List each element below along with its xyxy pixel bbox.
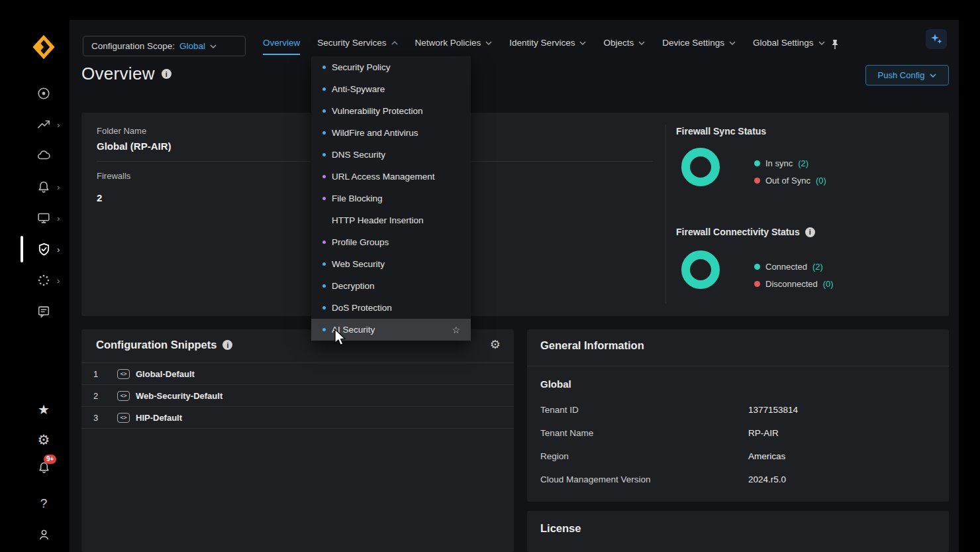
menu-item-dns-security[interactable]: DNS Security — [311, 144, 471, 166]
chevron-up-icon — [391, 41, 398, 45]
radar-target-icon — [36, 86, 51, 101]
sync-status-donut-chart[interactable] — [681, 148, 720, 186]
info-label: Tenant ID — [527, 405, 579, 415]
cloud-icon — [36, 148, 51, 163]
menu-item-label: HTTP Header Insertion — [332, 215, 424, 225]
sidebar-item-favorites[interactable]: ★ — [34, 400, 53, 419]
info-row: Region Americas — [527, 445, 949, 468]
tab-label: Global Settings — [753, 38, 814, 48]
tab-overview[interactable]: Overview — [263, 38, 300, 55]
tab-label: Network Policies — [415, 38, 481, 48]
scope-label: Configuration Scope: — [91, 41, 175, 51]
menu-item-label: DoS Protection — [332, 303, 392, 313]
menu-item-web-security[interactable]: Web Security — [311, 253, 471, 275]
menu-item-label: Profile Groups — [332, 237, 389, 247]
divider — [665, 125, 666, 304]
bullet-icon — [322, 328, 326, 331]
connected-count[interactable]: (2) — [812, 262, 823, 272]
info-icon[interactable]: i — [805, 227, 815, 237]
chevron-right-icon[interactable]: › — [57, 276, 64, 286]
person-icon — [37, 527, 51, 541]
chevron-right-icon[interactable]: › — [57, 245, 64, 254]
bullet-icon — [322, 87, 326, 91]
menu-item-anti-spyware[interactable]: Anti-Spyware — [311, 78, 471, 100]
menu-item-file-blocking[interactable]: File Blocking — [311, 188, 471, 209]
info-row: Tenant ID 1377153814 — [527, 398, 949, 421]
snippet-name: Web-Security-Default — [136, 391, 222, 401]
star-icon: ★ — [38, 402, 50, 417]
connectivity-status-donut-chart[interactable] — [681, 250, 720, 289]
sidebar-item-alerts[interactable] — [34, 178, 53, 196]
menu-item-dos-protection[interactable]: DoS Protection — [311, 297, 471, 319]
code-snippet-icon: <> — [117, 413, 130, 423]
menu-item-url-access-management[interactable]: URL Access Management — [311, 166, 471, 188]
gear-icon[interactable]: ⚙ — [490, 337, 501, 352]
in-sync-count[interactable]: (2) — [798, 158, 808, 168]
info-row: Tenant Name RP-AIR — [527, 421, 949, 445]
sidebar-item-manage-active[interactable] — [34, 240, 53, 258]
license-title-text: License — [540, 522, 581, 535]
sidebar-item-insights[interactable] — [34, 115, 53, 134]
general-info-title: General Information — [540, 339, 644, 352]
sidebar-item-help[interactable]: ? — [34, 494, 53, 513]
disconnected-count[interactable]: (0) — [823, 279, 834, 289]
in-sync-label: In sync — [765, 158, 793, 168]
teal-dot-icon — [754, 160, 760, 166]
tab-identity-services[interactable]: Identity Services — [509, 38, 586, 54]
tab-objects[interactable]: Objects — [603, 38, 645, 54]
sidebar-item-reports[interactable] — [34, 302, 53, 321]
menu-item-ai-security[interactable]: AI Security ☆ — [311, 319, 471, 341]
info-icon[interactable]: i — [222, 340, 232, 350]
disconnected-label: Disconnected — [765, 279, 818, 289]
menu-item-label: Vulnerability Protection — [332, 106, 423, 116]
sidebar-item-command-center[interactable] — [34, 84, 53, 103]
page-title: Overview i — [81, 64, 172, 84]
firewalls-count: 2 — [97, 192, 102, 203]
active-item-indicator — [21, 236, 23, 262]
sidebar-item-cloud[interactable] — [34, 146, 53, 165]
out-of-sync-count[interactable]: (0) — [816, 176, 826, 186]
sidebar-item-profile[interactable] — [34, 525, 53, 543]
table-row[interactable]: 1 <> Global-Default — [81, 363, 514, 385]
ai-copilot-button[interactable] — [926, 29, 947, 49]
push-config-button[interactable]: Push Config — [865, 65, 949, 85]
tab-network-policies[interactable]: Network Policies — [415, 38, 493, 54]
info-label: Cloud Management Version — [527, 474, 651, 484]
info-icon[interactable]: i — [162, 69, 172, 79]
menu-item-http-header-insertion[interactable]: HTTP Header Insertion — [311, 209, 471, 231]
menu-item-decryption[interactable]: Decryption — [311, 275, 471, 297]
palo-alto-logo[interactable] — [30, 33, 57, 61]
favorite-star-icon[interactable]: ☆ — [452, 325, 460, 335]
info-value: Americas — [748, 451, 785, 461]
sidebar-item-workflows[interactable] — [34, 209, 53, 227]
menu-item-label: WildFire and Antivirus — [332, 128, 418, 138]
tab-device-settings[interactable]: Device Settings — [662, 38, 736, 54]
sidebar-item-settings[interactable]: ⚙ — [34, 431, 53, 449]
connectivity-title-text: Firewall Connectivity Status — [676, 227, 800, 237]
chevron-right-icon[interactable]: › — [57, 213, 64, 223]
menu-item-security-policy[interactable]: Security Policy — [311, 56, 471, 78]
table-row[interactable]: 3 <> HIP-Default — [81, 407, 514, 429]
pin-nav-button[interactable] — [830, 39, 840, 52]
notification-badge: 9+ — [44, 455, 56, 464]
configuration-scope-selector[interactable]: Configuration Scope: Global — [83, 36, 246, 56]
bullet-icon — [322, 197, 326, 200]
main-nav-tabs: Overview Security Services Network Polic… — [263, 38, 825, 55]
menu-item-vulnerability-protection[interactable]: Vulnerability Protection — [311, 100, 471, 122]
menu-item-wildfire-and-antivirus[interactable]: WildFire and Antivirus — [311, 122, 471, 144]
menu-item-label: Decryption — [332, 281, 375, 291]
info-value: 2024.r5.0 — [748, 474, 786, 484]
chevron-right-icon[interactable]: › — [57, 120, 64, 130]
report-bubble-icon — [36, 304, 51, 319]
table-row[interactable]: 2 <> Web-Security-Default — [81, 385, 514, 407]
snippets-table: 1 <> Global-Default 2 <> Web-Security-De… — [81, 363, 514, 429]
sidebar-item-settings-sync[interactable] — [34, 271, 53, 290]
red-dot-icon — [754, 281, 760, 287]
tab-security-services[interactable]: Security Services — [317, 38, 397, 54]
menu-item-profile-groups[interactable]: Profile Groups — [311, 231, 471, 253]
chevron-right-icon[interactable]: › — [57, 182, 64, 192]
tab-global-settings[interactable]: Global Settings — [753, 38, 825, 54]
row-number: 2 — [93, 391, 108, 401]
legend-connected: Connected (2) — [754, 262, 823, 272]
app-window: › › › › › — [0, 0, 980, 552]
